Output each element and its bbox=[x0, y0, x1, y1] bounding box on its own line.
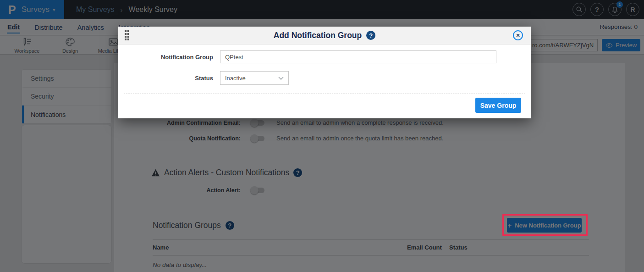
drag-handle-icon[interactable] bbox=[125, 30, 129, 40]
status-field-row: Status Inactive bbox=[118, 71, 289, 85]
notification-group-name-input[interactable] bbox=[220, 50, 496, 63]
add-notification-group-modal: Add Notification Group ? ✕ Notification … bbox=[118, 27, 531, 118]
modal-title: Add Notification Group bbox=[274, 31, 362, 40]
save-group-button[interactable]: Save Group bbox=[475, 98, 521, 113]
chevron-down-icon bbox=[278, 77, 284, 80]
modal-header[interactable]: Add Notification Group ? ✕ bbox=[118, 27, 531, 44]
close-icon[interactable]: ✕ bbox=[513, 30, 523, 40]
status-select-value: Inactive bbox=[225, 75, 246, 82]
modal-help-icon[interactable]: ? bbox=[366, 31, 375, 40]
notification-group-field-label: Notification Group bbox=[118, 54, 213, 61]
status-field-label: Status bbox=[118, 75, 213, 82]
modal-separator bbox=[124, 94, 525, 94]
notification-group-field-row: Notification Group bbox=[118, 50, 496, 63]
app-window: P Surveys ▾ My Surveys › Weekly Survey ?… bbox=[0, 0, 644, 272]
status-select[interactable]: Inactive bbox=[220, 71, 289, 85]
